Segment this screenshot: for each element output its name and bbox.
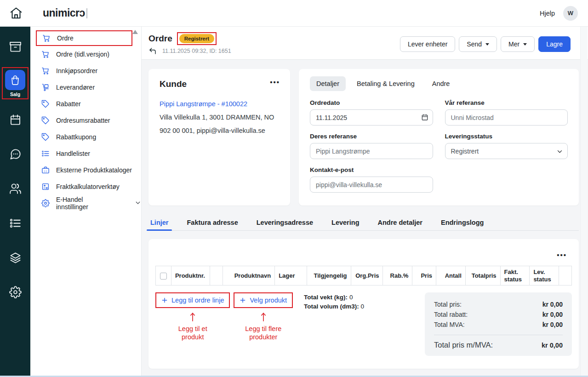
annotation-arrow-up-icon [260, 312, 267, 324]
menu-item-ehandel-innstillinger[interactable]: E-Handel innstillinger [30, 195, 141, 211]
annotation-box-add-line: Legg til ordre linje [155, 292, 230, 308]
contact-email-input[interactable] [310, 177, 433, 193]
choose-product-button[interactable]: Velg produkt [240, 297, 287, 304]
logo-text: unimicrɔ [43, 7, 85, 19]
chevron-down-icon [556, 148, 563, 155]
rail-item-modules[interactable] [0, 240, 30, 275]
grand-total-value: kr 0,00 [542, 342, 563, 349]
menu-item-label: E-Handel innstillinger [56, 196, 116, 211]
cart-icon [41, 50, 50, 58]
tab-linjer[interactable]: Linjer [149, 216, 169, 230]
customer-link[interactable]: Pippi Langstrømpe - #100022 [160, 100, 279, 108]
cart-icon [41, 67, 50, 75]
calendar-icon [9, 114, 22, 126]
plus-icon [161, 297, 168, 303]
order-lines-card: ••• Produktnr. Produktnavn Lager Tilgjen… [148, 239, 579, 369]
send-button[interactable]: Send [459, 36, 497, 52]
back-arrow-icon [148, 47, 157, 55]
delivery-status-value: Registrert [451, 148, 479, 155]
order-header: Ordre Registrert 11.11.2025 09:32, ID: 1… [142, 27, 588, 60]
order-lines-table: Produktnr. Produktnavn Lager Tilgjengeli… [155, 266, 572, 286]
more-options-icon[interactable]: ••• [557, 251, 567, 259]
annotation-box-status: Registrert [177, 32, 217, 45]
divider [434, 335, 563, 335]
user-avatar[interactable]: W [563, 6, 578, 21]
more-button[interactable]: Mer [501, 36, 535, 52]
total-discount-row: Total rabatt:kr 0,00 [434, 309, 563, 320]
menu-item-ordresumsrabatter[interactable]: Ordresumsrabatter [30, 112, 141, 129]
total-vat-value: kr 0,00 [542, 320, 563, 330]
col-totalpris: Totalpris [465, 266, 500, 286]
gear-icon [9, 286, 22, 298]
layers-icon [9, 251, 22, 264]
contact-email-label: Kontakt-e-post [310, 166, 433, 173]
caret-down-icon [523, 43, 527, 46]
rail-item-calendar[interactable] [0, 103, 30, 137]
total-vat-row: Total MVA:kr 0,00 [434, 320, 563, 330]
tab-faktura-adresse[interactable]: Faktura adresse [186, 216, 239, 230]
menu-item-fraktkalkulatorverktoy[interactable]: Fraktkalkulatorverktøy [30, 178, 141, 195]
menu-item-innkjopsordrer[interactable]: Innkjøpsordrer [30, 63, 141, 79]
order-date-input[interactable] [310, 109, 433, 126]
back-button[interactable] [148, 47, 157, 55]
help-link[interactable]: Hjelp [540, 10, 555, 17]
menu-item-rabattkupong[interactable]: Rabattkupong [30, 129, 141, 145]
grand-total-row: Total pris m/MVA:kr 0,00 [434, 341, 563, 349]
total-volume-label: Total volum (dm3): [304, 303, 359, 310]
home-icon [9, 0, 23, 48]
deliver-units-button[interactable]: Lever enheter [400, 36, 455, 52]
order-meta: 11.11.2025 09:32, ID: 1651 [162, 48, 231, 54]
customer-card-title: Kunde [160, 79, 279, 89]
menu-item-ordre[interactable]: Ordre [36, 30, 132, 46]
col-empty-end [559, 266, 572, 286]
totals-panel: Total pris:kr 0,00 Total rabatt:kr 0,00 … [425, 292, 572, 356]
scroll-up-icon[interactable] [132, 30, 138, 34]
tab-betaling-levering[interactable]: Betaling & Levering [350, 76, 421, 91]
tab-endringslogg[interactable]: Endringslogg [440, 216, 485, 230]
menu-item-leverandorer[interactable]: Leverandører [30, 79, 141, 96]
menu-item-handlelister[interactable]: Handlelister [30, 145, 141, 162]
delivery-status-label: Leveringsstatus [445, 133, 568, 140]
col-rabatt: Rab.% [383, 266, 412, 286]
add-order-line-button[interactable]: Legg til ordre linje [161, 297, 224, 304]
home-button[interactable] [9, 6, 23, 20]
rail-item-chat[interactable] [0, 137, 30, 171]
tab-leveringsadresse[interactable]: Leveringsadresse [256, 216, 314, 230]
menu-item-rabatter[interactable]: Rabatter [30, 96, 141, 112]
more-options-icon[interactable]: ••• [270, 78, 280, 86]
detail-tabs: Detaljer Betaling & Levering Andre [310, 76, 568, 91]
tab-andre[interactable]: Andre [426, 76, 457, 91]
annotation-arrow-up-icon [189, 312, 196, 324]
more-button-label: Mer [508, 40, 519, 48]
rail-item-contacts[interactable] [0, 171, 30, 206]
page-scrollbar[interactable] [580, 27, 588, 376]
col-pris: Pris [412, 266, 436, 286]
plus-icon [240, 297, 246, 303]
section-tabs: Linjer Faktura adresse Leveringsadresse … [148, 216, 579, 231]
save-button[interactable]: Lagre [538, 36, 571, 52]
rail-item-sales[interactable] [5, 70, 25, 90]
delivery-status-select[interactable]: Registrert [445, 143, 568, 159]
menu-item-label: Rabatter [56, 100, 81, 108]
annotation-text-add-one: Legg til et produkt [172, 325, 213, 341]
menu-item-ordre-tidl[interactable]: Ordre (tidl.versjon) [30, 46, 141, 63]
tag-icon [41, 100, 50, 108]
their-reference-label: Deres referanse [310, 133, 433, 140]
their-reference-input[interactable] [310, 143, 433, 159]
customer-address: Villa Villekulla 1, 3001 DRAMMEN, NO [160, 114, 279, 121]
tab-detaljer[interactable]: Detaljer [310, 76, 346, 91]
tab-levering[interactable]: Levering [331, 216, 360, 230]
our-reference-input[interactable] [445, 109, 568, 126]
total-weight-label: Total vekt (kg): [304, 294, 348, 301]
tab-andre-detaljer[interactable]: Andre detaljer [377, 216, 423, 230]
menu-item-eksterne-produktkataloger[interactable]: Eksterne Produktkataloger [30, 162, 141, 178]
menu-item-label: Fraktkalkulatorverktøy [56, 183, 120, 190]
menu-item-label: Ordre (tidl.versjon) [56, 51, 109, 58]
app-window: unimicrɔ Hjelp W Salg Ordre Ordre (tidl.… [0, 0, 588, 377]
rail-item-tasks[interactable] [0, 206, 30, 240]
chevron-down-icon[interactable] [135, 200, 141, 207]
select-all-checkbox[interactable] [160, 273, 167, 280]
shopping-bag-icon [10, 74, 21, 86]
date-picker-icon[interactable] [421, 114, 428, 121]
rail-item-settings[interactable] [0, 275, 30, 309]
